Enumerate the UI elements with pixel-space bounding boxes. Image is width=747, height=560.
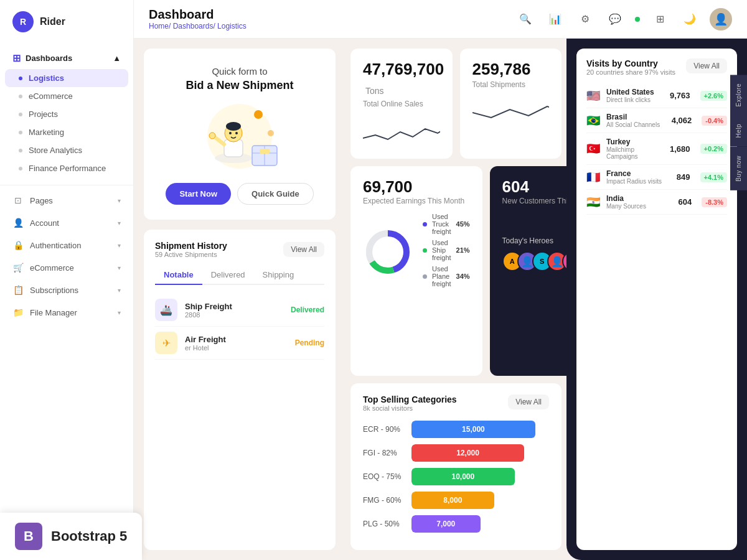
country-item: 🇹🇷 Turkey Mailchimp Campaigns 1,680 +0.2… [586,133,727,165]
plane-label: Used Plane freight [432,265,451,287]
categories-subtitle: 8k social visitors [363,404,457,412]
theme-icon[interactable]: 🌙 [680,9,700,29]
country-name: United States [606,88,665,96]
country-info: Brasil All Social Channels [606,113,667,128]
sidebar-item-label: Store Analytics [29,146,82,155]
sidebar-item-filemanager[interactable]: 📁 File Manager ▾ [0,301,133,324]
donut-area: Used Truck freight 45% Used Ship freight… [363,213,470,291]
dot [19,113,22,116]
sidebar: R Rider ⊞ Dashboards ▲ Logistics eCommer… [0,0,134,560]
chevron-icon: ▾ [118,197,121,204]
country-item: 🇫🇷 France Impact Radius visits 849 +4.1% [586,165,727,190]
sidebar-item-ecommerce[interactable]: eCommerce [0,87,133,105]
promo-buttons: Start Now Quick Guide [159,183,321,205]
sidebar-item-account[interactable]: 👤 Account ▾ [0,212,133,234]
chevron-icon: ▾ [118,309,121,316]
shipment-item: ✈ Air Freight er Hotel Pending [155,327,324,360]
header-right: 🔍 📊 ⚙ 💬 ⊞ 🌙 👤 [515,8,732,30]
country-source: Many Sources [606,203,674,210]
earnings-number: 69,700 [363,177,470,197]
search-icon[interactable]: 🔍 [515,9,535,29]
countries-view-all-button[interactable]: View All [686,58,727,73]
avatar[interactable]: 👤 [710,8,732,30]
country-value: 849 [677,172,690,182]
category-label: FMG - 60% [363,496,406,505]
dashboards-group[interactable]: ⊞ Dashboards ▲ [0,47,133,69]
chevron-icon: ▾ [118,220,121,226]
country-flag: 🇺🇸 [586,90,601,101]
categories-card: Top Selling Categories 8k social visitor… [350,383,561,550]
settings-icon[interactable]: ⚙ [575,9,595,29]
pages-label: Pages [30,196,53,205]
earnings-label: Expected Earnings This Month [363,197,470,205]
chevron-icon: ▾ [118,264,121,271]
explore-tab[interactable]: Explore [730,75,747,115]
dot [19,95,22,98]
logo[interactable]: R Rider [0,0,133,44]
sidebar-item-store-analytics[interactable]: Store Analytics [0,141,133,159]
country-info: Turkey Mailchimp Campaigns [606,138,665,160]
promo-illustration [190,102,289,170]
sidebar-item-logistics[interactable]: Logistics [5,69,128,87]
country-change: -0.4% [702,116,727,126]
svg-rect-14 [260,149,270,154]
hero-avatars: A 👤 S 👤 P 👤 +42 [502,251,566,271]
category-label: ECR - 90% [363,425,406,434]
help-tab[interactable]: Help [730,115,747,147]
start-now-button[interactable]: Start Now [166,183,231,205]
sidebar-item-label: Logistics [29,73,64,83]
category-bar: 12,000 [411,444,524,462]
sidebar-item-marketing[interactable]: Marketing [0,123,133,141]
heroes-title: Today's Heroes [502,236,566,245]
online-sales-card: 47,769,700 Tons Total Online Sales [350,49,453,159]
category-bar-item: PLG - 50% 7,000 [363,515,549,533]
buy-now-tab[interactable]: Buy now [730,147,747,190]
sidebar-item-subscriptions[interactable]: 📋 Subscriptions ▾ [0,279,133,301]
svg-point-10 [209,133,215,139]
countries-subtitle: 20 countries share 97% visits [586,68,675,76]
category-bar: 15,000 [411,421,535,438]
truck-value: 45% [456,220,470,228]
chevron-icon: ▾ [118,287,121,294]
country-source: Impact Radius visits [606,178,672,185]
tab-delivered[interactable]: Delivered [202,266,254,285]
country-value: 9,763 [670,91,690,100]
content: Quick form to Bid a New Shipment [134,39,747,560]
sidebar-item-label: eCommerce [29,91,73,101]
grid-icon[interactable]: ⊞ [650,9,670,29]
truck-label: Used Truck freight [432,213,451,235]
filemanager-icon: 📁 [12,307,24,318]
category-label: EOQ - 75% [363,472,406,481]
countries-title: Visits by Country [586,58,675,68]
sidebar-item-label: Projects [29,110,58,119]
tab-shipping[interactable]: Shipping [254,266,303,285]
tab-notable[interactable]: Notable [155,266,202,285]
country-value: 1,680 [670,144,690,154]
country-info: United States Direct link clicks [606,88,665,103]
categories-view-all-button[interactable]: View All [508,394,549,409]
chat-icon[interactable]: 💬 [605,9,625,29]
stats-row: 47,769,700 Tons Total Online Sales 259,7… [350,49,561,159]
sidebar-item-ecommerce-top[interactable]: 🛒 eCommerce ▾ [0,256,133,279]
sidebar-item-projects[interactable]: Projects [0,105,133,123]
account-label: Account [30,218,59,228]
chart-icon[interactable]: 📊 [545,9,565,29]
category-bar-item: EOQ - 75% 10,000 [363,468,549,485]
shipment-view-all-button[interactable]: View All [283,242,324,257]
ship-info: Ship Freight 2808 [185,302,283,319]
country-source: All Social Channels [606,121,667,128]
middle-panel: 47,769,700 Tons Total Online Sales 259,7… [345,39,566,560]
bootstrap-text: Bootstrap 5 [51,528,127,544]
category-bar: 7,000 [411,515,481,533]
svg-point-7 [229,132,232,134]
country-change: +0.2% [700,144,728,154]
country-name: India [606,194,674,203]
category-bar-item: ECR - 90% 15,000 [363,421,549,438]
category-label: PLG - 50% [363,520,406,528]
sidebar-item-auth[interactable]: 🔒 Authentication ▾ [0,234,133,256]
earnings-row: 69,700 Expected Earnings This Month [350,166,561,376]
sidebar-item-finance[interactable]: Finance Performance [0,159,133,177]
country-value: 4,062 [672,116,692,125]
quick-guide-button[interactable]: Quick Guide [237,183,314,205]
sidebar-item-pages[interactable]: ⊡ Pages ▾ [0,189,133,212]
